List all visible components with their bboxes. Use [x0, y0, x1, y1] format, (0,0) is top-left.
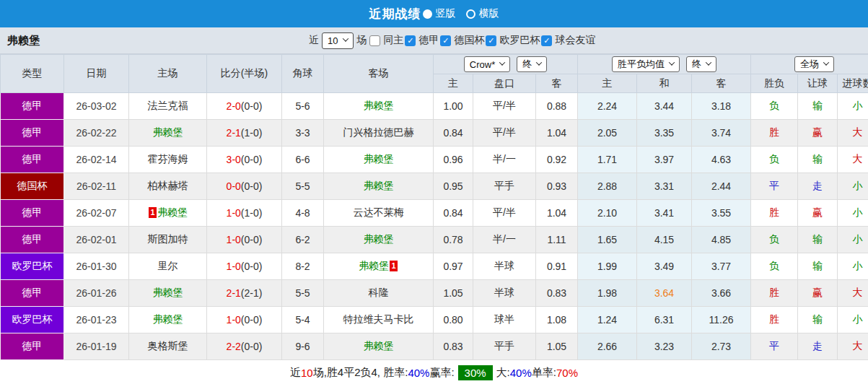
result-wdl-cell: 负 — [751, 227, 798, 253]
odds-handicap-cell: 平手 — [473, 173, 536, 200]
avg-draw-cell: 3.97 — [637, 147, 692, 173]
home-team-cell[interactable]: 里尔 — [129, 253, 207, 280]
avg-away-cell: 3.77 — [692, 253, 751, 280]
score-cell: 1-0(0-0) — [207, 253, 282, 280]
odds-stage-select[interactable]: 终 — [517, 56, 547, 72]
home-team-cell[interactable]: 1弗赖堡 — [129, 200, 207, 227]
horizontal-layout-radio[interactable] — [466, 9, 475, 19]
result-handicap-cell: 输 — [798, 253, 838, 280]
home-team-cell[interactable]: 奥格斯堡 — [129, 333, 207, 360]
result-wdl-cell: 胜 — [751, 280, 798, 307]
league-badge: 德甲 — [1, 120, 64, 147]
league-badge: 德甲 — [1, 200, 64, 227]
avg-stage-select[interactable]: 终 — [686, 56, 716, 72]
summary-text: 场,胜4平2负4, 胜率: — [313, 366, 408, 380]
fulltime-select[interactable]: 全场 — [794, 56, 834, 72]
match-count-select[interactable]: 10 — [322, 32, 354, 49]
odds-away-cell: 0.88 — [536, 93, 578, 120]
league-filter-label-bundesliga[interactable]: 德甲 — [418, 34, 439, 47]
near-label: 近 — [309, 34, 319, 47]
league-filter-label-friendly[interactable]: 球会友谊 — [555, 34, 595, 47]
table-row: 德国杯 26-02-11 柏林赫塔 0-0(0-0) 5-5 弗赖堡 0.95 … — [1, 173, 868, 200]
away-team-cell[interactable]: 云达不莱梅 — [324, 200, 434, 227]
home-team-cell[interactable]: 弗赖堡 — [129, 280, 207, 307]
date-cell: 26-02-14 — [64, 147, 129, 173]
date-cell: 26-02-07 — [64, 200, 129, 227]
league-filter-checkbox-dfb-pokal[interactable]: ✓ — [440, 35, 451, 46]
odds-home-cell: 0.84 — [434, 200, 473, 227]
avg-away-cell: 2.73 — [692, 333, 751, 360]
away-team-cell[interactable]: 特拉维夫马卡比 — [324, 307, 434, 333]
odds-away-cell: 1.04 — [536, 200, 578, 227]
filter-bar: 弗赖堡 近 10 场 同主 ✓ 德甲 ✓ 德国杯 ✓ 欧罗巴杯 ✓ 球会友谊 — [0, 27, 868, 54]
corner-cell: 6-6 — [282, 147, 324, 173]
same-home-checkbox[interactable] — [369, 35, 380, 46]
header-date: 日期 — [64, 55, 129, 93]
home-team-cell[interactable]: 弗赖堡 — [129, 307, 207, 333]
date-cell: 26-01-26 — [64, 280, 129, 307]
result-wdl-cell: 负 — [751, 253, 798, 280]
league-filter-checkbox-friendly[interactable]: ✓ — [541, 35, 552, 46]
avg-draw-cell: 4.15 — [637, 227, 692, 253]
home-team-cell[interactable]: 法兰克福 — [129, 93, 207, 120]
away-team-cell[interactable]: 科隆 — [324, 280, 434, 307]
corner-cell: 5-4 — [282, 307, 324, 333]
header-type: 类型 — [1, 55, 64, 93]
vertical-layout-radio[interactable] — [423, 9, 432, 19]
away-team-cell[interactable]: 弗赖堡1 — [324, 253, 434, 280]
horizontal-layout-label[interactable]: 横版 — [479, 7, 499, 20]
summary-handicap-rate-badge: 30% — [458, 365, 493, 380]
date-cell: 26-02-01 — [64, 227, 129, 253]
summary-text: 赢率: — [429, 366, 454, 380]
matches-label: 场 — [356, 34, 367, 47]
odds-home-cell: 0.80 — [434, 307, 473, 333]
league-badge: 欧罗巴杯 — [1, 307, 64, 333]
home-team-cell[interactable]: 弗赖堡 — [129, 120, 207, 147]
same-home-label[interactable]: 同主 — [383, 34, 403, 47]
result-handicap-cell: 赢 — [798, 280, 838, 307]
odds-away-cell: 1.08 — [536, 307, 578, 333]
result-goals-cell: 大 — [838, 280, 868, 307]
avg-draw-cell: 3.23 — [637, 333, 692, 360]
vertical-layout-label[interactable]: 竖版 — [436, 7, 456, 20]
score-cell: 2-1(1-0) — [207, 120, 282, 147]
result-handicap-cell: 输 — [798, 307, 838, 333]
result-goals-cell: 小 — [838, 253, 868, 280]
league-filter-checkbox-bundesliga[interactable]: ✓ — [405, 35, 416, 46]
recent-results-table: 类型 日期 主场 比分(半场) 角球 客场 Crow* 终 — [0, 54, 868, 360]
table-row: 德甲 26-02-07 1弗赖堡 1-0(1-0) 4-8 云达不莱梅 0.84… — [1, 200, 868, 227]
summary-win-rate: 40% — [408, 367, 429, 379]
table-row: 德甲 26-01-26 弗赖堡 2-1(2-1) 5-5 科隆 1.05 半球 … — [1, 280, 868, 307]
header-avg-away: 客 — [692, 74, 751, 93]
odds-handicap-cell: 半/一 — [473, 147, 536, 173]
page-title: 近期战绩 — [369, 6, 421, 22]
odds-handicap-cell: 平/半 — [473, 120, 536, 147]
bookmaker-select[interactable]: Crow* — [464, 56, 510, 72]
avg-home-cell: 1.71 — [578, 147, 637, 173]
corner-cell: 5-5 — [282, 280, 324, 307]
away-team-cell[interactable]: 弗赖堡 — [324, 227, 434, 253]
score-cell: 2-1(2-1) — [207, 280, 282, 307]
away-team-cell[interactable]: 弗赖堡 — [324, 173, 434, 200]
league-filter-checkbox-europa[interactable]: ✓ — [486, 35, 496, 46]
home-team-cell[interactable]: 霍芬海姆 — [129, 147, 207, 173]
date-cell: 26-01-30 — [64, 253, 129, 280]
chevron-down-icon — [823, 59, 829, 65]
avg-away-cell: 3.55 — [692, 200, 751, 227]
away-team-cell[interactable]: 门兴格拉德巴赫 — [324, 120, 434, 147]
home-team-cell[interactable]: 斯图加特 — [129, 227, 207, 253]
corner-cell: 6-2 — [282, 227, 324, 253]
avg-home-cell: 2.66 — [578, 333, 637, 360]
header-avg-draw: 和 — [637, 74, 692, 93]
away-team-cell[interactable]: 弗赖堡 — [324, 93, 434, 120]
result-handicap-cell: 输 — [798, 93, 838, 120]
league-filter-label-europa[interactable]: 欧罗巴杯 — [499, 34, 540, 47]
home-team-cell[interactable]: 柏林赫塔 — [129, 173, 207, 200]
away-team-cell[interactable]: 弗赖堡 — [324, 333, 434, 360]
league-filter-label-dfb-pokal[interactable]: 德国杯 — [454, 34, 484, 47]
avg-draw-cell: 3.49 — [637, 253, 692, 280]
away-team-cell[interactable]: 弗赖堡 — [324, 147, 434, 173]
avg-odds-select[interactable]: 胜平负均值 — [612, 56, 680, 72]
avg-draw-cell: 3.31 — [637, 173, 692, 200]
league-badge: 德甲 — [1, 333, 64, 360]
